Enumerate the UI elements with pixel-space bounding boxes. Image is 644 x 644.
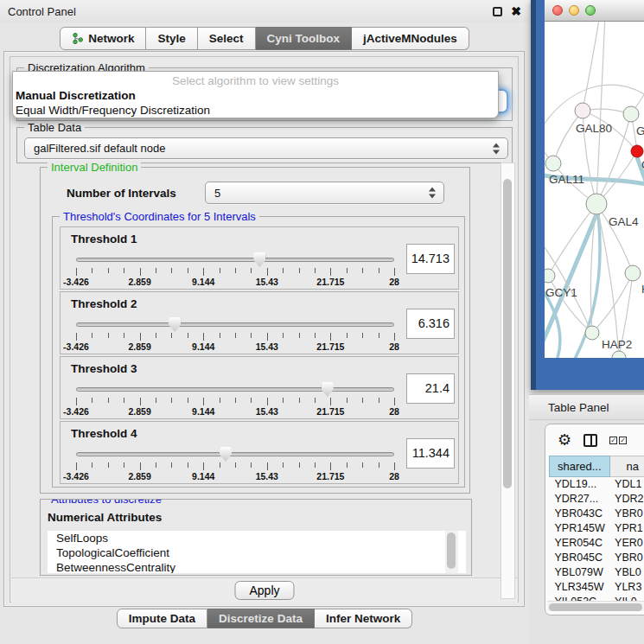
float-window-icon[interactable] (493, 7, 502, 16)
popup-placeholder-option[interactable]: Select algorithm to view settings (13, 73, 498, 88)
number-of-intervals-combo[interactable]: 5 (205, 182, 444, 204)
table-panel-titlebar: Table Panel (529, 394, 644, 420)
tab-discretize-data[interactable]: Discretize Data (207, 609, 315, 628)
threshold-1-panel: Threshold 1 -3.4262.8599.14415.4321.7152… (60, 226, 459, 290)
slider-thumb[interactable] (253, 252, 265, 267)
threshold-1-slider[interactable]: -3.4262.8599.14415.4321.71528 (76, 253, 394, 288)
tab-jactivemnodules[interactable]: jActiveMNodules (352, 27, 469, 50)
table-data-group: Table Data galFiltered.sif default node (16, 127, 513, 163)
close-icon[interactable]: ✖ (511, 7, 521, 16)
network-node-label: GAL11 (549, 173, 584, 186)
network-node[interactable] (545, 269, 555, 283)
node-table: shared... na YDL19...YDL1 YDR27...YDR2 Y… (549, 456, 644, 609)
table-row[interactable]: YER054CYER0 (550, 536, 644, 551)
popup-option-equal-width[interactable]: Equal Width/Frequency Discretization (13, 103, 498, 118)
network-icon (72, 33, 83, 44)
table-data-combo[interactable]: galFiltered.sif default node (24, 137, 508, 159)
slider-thumb[interactable] (322, 382, 334, 397)
close-traffic-light-icon[interactable] (552, 5, 563, 16)
list-item[interactable]: TopologicalCoefficient (48, 545, 466, 560)
cyni-panel-inner: Discretization Algorithm Table Data galF… (10, 56, 519, 603)
table-data-combo-value: galFiltered.sif default node (34, 142, 165, 155)
table-data-group-title: Table Data (24, 121, 85, 134)
threshold-1-value-field[interactable]: 14.713 (406, 244, 455, 274)
apply-button[interactable]: Apply (234, 581, 294, 600)
slider-thumb[interactable] (169, 317, 181, 332)
tab-infer-network[interactable]: Infer Network (315, 609, 412, 628)
table-header-row: shared... na (550, 456, 644, 477)
network-node[interactable] (625, 265, 641, 281)
network-view-window: GAL80GACGAL11GAL4GCY1HHAP2 (531, 0, 644, 390)
attributes-group: Attributes to discretize Numerical Attri… (40, 499, 472, 576)
threshold-3-value-field[interactable]: 21.4 (406, 373, 455, 404)
network-edge[interactable] (548, 276, 592, 333)
network-node[interactable] (585, 326, 599, 340)
threshold-3-panel: Threshold 3 -3.4262.8599.14415.4321.7152… (60, 356, 459, 419)
network-edge[interactable] (548, 204, 596, 276)
interval-definition-group: Interval Definition Number of Intervals … (40, 167, 470, 494)
list-item[interactable]: BetweennessCentrality (48, 560, 466, 573)
numerical-attributes-label: Numerical Attributes (48, 511, 162, 524)
popup-option-manual-discretization[interactable]: Manual Discretization (13, 88, 498, 103)
table-row[interactable]: YLR345WYLR3 (550, 580, 644, 595)
network-canvas[interactable]: GAL80GACGAL11GAL4GCY1HHAP2 (545, 22, 644, 358)
control-panel: Control Panel ✖ Network Style Select Cyn… (0, 0, 529, 644)
network-node[interactable] (612, 351, 626, 358)
numerical-attributes-list[interactable]: SelfLoops TopologicalCoefficient Between… (48, 531, 466, 573)
tab-style[interactable]: Style (146, 27, 197, 50)
threshold-4-panel: Threshold 4 -3.4262.8599.14415.4321.7152… (60, 421, 459, 484)
right-pane: GAL80GACGAL11GAL4GCY1HHAP2 Table Panel ⚙… (529, 0, 644, 644)
zoom-traffic-light-icon[interactable] (585, 5, 596, 16)
column-header-name[interactable]: na (609, 456, 644, 477)
columns-icon[interactable] (583, 434, 597, 447)
select-columns-icon[interactable]: ✓ ✓ (609, 437, 627, 444)
tab-impute-data[interactable]: Impute Data (117, 609, 207, 628)
table-horizontal-scrollbar[interactable] (547, 601, 644, 611)
list-item[interactable]: SelfLoops (48, 531, 466, 545)
number-of-intervals-value: 5 (214, 187, 220, 200)
threshold-3-label: Threshold 3 (71, 362, 137, 375)
network-edge[interactable] (583, 22, 600, 111)
attributes-group-title: Attributes to discretize (48, 499, 165, 506)
table-row[interactable]: YBL079WYBL0 (550, 565, 644, 580)
network-edge[interactable] (596, 204, 633, 273)
slider-thumb[interactable] (220, 447, 232, 462)
threshold-4-slider[interactable]: -3.4262.8599.14415.4321.71528 (76, 448, 394, 482)
combo-stepper-icon (429, 188, 436, 199)
gear-icon[interactable]: ⚙ (558, 432, 571, 448)
table-panel-title: Table Panel (548, 401, 609, 414)
network-node[interactable] (586, 194, 607, 214)
network-node[interactable] (575, 103, 590, 118)
tab-select[interactable]: Select (198, 27, 256, 50)
network-node[interactable] (545, 156, 561, 171)
network-node-label: GCY1 (545, 286, 577, 299)
threshold-2-slider[interactable]: -3.4262.8599.14415.4321.71528 (76, 318, 394, 353)
threshold-2-label: Threshold 2 (71, 297, 137, 310)
tab-network[interactable]: Network (60, 27, 146, 50)
tab-cyni-toolbox[interactable]: Cyni Toolbox (256, 27, 353, 50)
table-row[interactable]: YDR27...YDR2 (550, 492, 644, 507)
cyni-mode-tabs: Impute Data Discretize Data Infer Networ… (0, 609, 529, 628)
threshold-1-label: Threshold 1 (71, 233, 137, 245)
threshold-2-value-field[interactable]: 6.316 (406, 309, 455, 339)
network-edge[interactable] (553, 111, 583, 163)
column-header-shared-name[interactable]: shared... (550, 456, 610, 477)
threshold-3-slider[interactable]: -3.4262.8599.14415.4321.71528 (76, 383, 394, 418)
table-row[interactable]: YPR145WYPR1 (550, 521, 644, 536)
network-edge[interactable] (596, 22, 605, 204)
table-row[interactable]: YBR043CYBR0 (550, 507, 644, 521)
settings-scrollbar[interactable] (501, 163, 515, 599)
table-row[interactable]: YBR045CYBR0 (550, 551, 644, 565)
network-node[interactable] (631, 145, 643, 157)
tab-network-label: Network (88, 32, 134, 45)
minimize-traffic-light-icon[interactable] (569, 5, 579, 16)
table-row[interactable]: YDL19...YDL1 (550, 477, 644, 492)
network-node[interactable] (623, 106, 639, 122)
attributes-list-scrollbar[interactable] (445, 531, 458, 573)
table-panel-body: ⚙ ✓ ✓ shared... na YDL19...YDL1 YDR2 (545, 424, 644, 615)
threshold-4-value-field[interactable]: 11.344 (406, 438, 455, 469)
control-panel-tabs: Network Style Select Cyni Toolbox jActiv… (0, 27, 529, 50)
network-node-label: GA (636, 124, 644, 137)
threshold-2-panel: Threshold 2 -3.4262.8599.14415.4321.7152… (60, 291, 459, 354)
thresholds-group: Threshold's Coordinates for 5 Intervals … (52, 216, 465, 488)
